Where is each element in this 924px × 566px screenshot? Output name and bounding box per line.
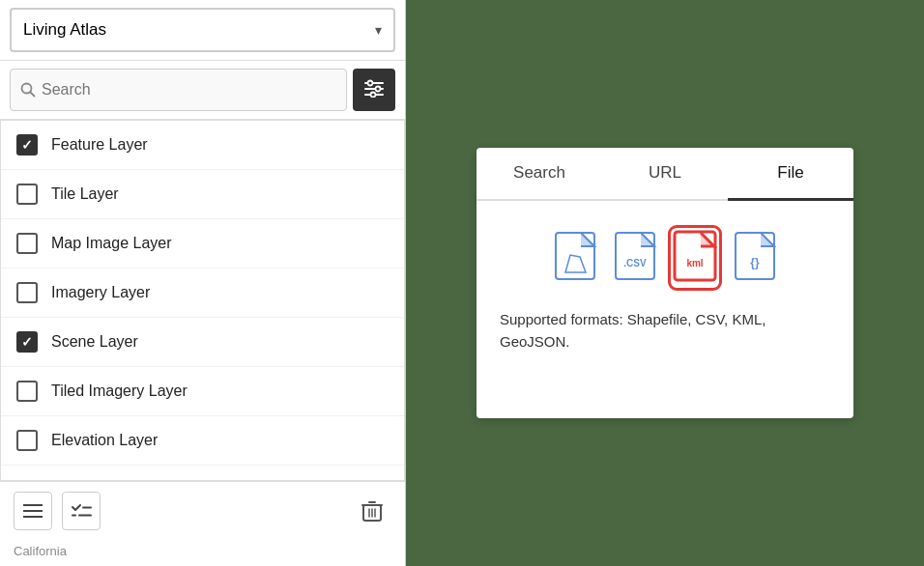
svg-point-6 xyxy=(376,86,381,91)
label-imagery-layer: Imagery Layer xyxy=(51,284,150,301)
trash-icon xyxy=(361,499,383,523)
checkbox-map-image-layer[interactable] xyxy=(16,233,38,254)
tab-url[interactable]: URL xyxy=(602,148,728,201)
label-elevation-layer: Elevation Layer xyxy=(51,432,158,449)
checkbox-imagery-layer[interactable] xyxy=(16,282,38,303)
checkbox-tile-layer[interactable] xyxy=(16,184,38,205)
list-item-tile-layer[interactable]: Tile Layer xyxy=(1,170,404,219)
file-icon-shapefile[interactable] xyxy=(553,230,597,286)
menu-button[interactable] xyxy=(14,492,52,530)
tab-file[interactable]: File xyxy=(728,148,853,201)
svg-text:kml: kml xyxy=(686,258,703,269)
list-item-imagery-layer[interactable]: Imagery Layer xyxy=(1,269,404,318)
file-icon-geojson[interactable]: {} xyxy=(733,230,777,286)
file-card: SearchURLFile .CSVkml{} Supported format… xyxy=(476,148,853,418)
label-map-image-layer: Map Image Layer xyxy=(51,235,172,252)
tab-search[interactable]: Search xyxy=(476,148,602,201)
checkbox-elevation-layer[interactable] xyxy=(16,430,38,451)
checklist-icon xyxy=(71,502,92,520)
filter-button[interactable] xyxy=(353,69,395,111)
bottom-toolbar xyxy=(0,481,405,540)
supported-text: Supported formats: Shapefile, CSV, KML, … xyxy=(500,309,830,353)
list-item-map-image-layer[interactable]: Map Image Layer xyxy=(1,219,404,269)
file-card-body: .CSVkml{} Supported formats: Shapefile, … xyxy=(476,201,853,376)
svg-point-5 xyxy=(368,80,373,85)
bottom-label: California xyxy=(0,540,405,566)
checkbox-tiled-imagery-layer[interactable] xyxy=(16,381,38,402)
chevron-down-icon: ▾ xyxy=(375,22,382,38)
svg-point-7 xyxy=(371,92,376,97)
living-atlas-dropdown[interactable]: Living Atlas ▾ xyxy=(10,8,395,52)
svg-line-1 xyxy=(31,93,35,97)
toolbar-left xyxy=(14,492,101,530)
left-panel: Living Atlas ▾ xyxy=(0,0,406,566)
checklist-button[interactable] xyxy=(62,492,101,530)
label-tile-layer: Tile Layer xyxy=(51,185,119,203)
label-scene-layer: Scene Layer xyxy=(51,333,138,351)
label-feature-layer: Feature Layer xyxy=(51,136,148,154)
right-panel: SearchURLFile .CSVkml{} Supported format… xyxy=(406,0,924,566)
menu-icon xyxy=(23,503,43,519)
svg-text:.CSV: .CSV xyxy=(623,258,647,269)
search-container xyxy=(10,69,347,111)
label-tiled-imagery-layer: Tiled Imagery Layer xyxy=(51,382,188,400)
list-item-tiled-imagery-layer[interactable]: Tiled Imagery Layer xyxy=(1,367,404,416)
list-item-scene-layer[interactable]: Scene Layer xyxy=(1,318,404,367)
search-input[interactable] xyxy=(42,81,336,99)
dropdown-wrapper: Living Atlas ▾ xyxy=(0,0,405,61)
checkbox-scene-layer[interactable] xyxy=(16,331,38,353)
filter-icon xyxy=(363,78,385,102)
delete-button[interactable] xyxy=(353,492,391,530)
file-icon-csv[interactable]: .CSV xyxy=(613,230,657,286)
svg-text:{}: {} xyxy=(750,256,760,269)
search-wrapper xyxy=(0,61,405,120)
checkbox-feature-layer[interactable] xyxy=(16,134,38,156)
search-icon xyxy=(20,82,36,98)
file-icon-kml[interactable]: kml xyxy=(673,230,717,286)
dropdown-label: Living Atlas xyxy=(23,20,106,40)
file-card-tabs: SearchURLFile xyxy=(476,148,853,201)
layer-type-list: Feature LayerTile LayerMap Image LayerIm… xyxy=(0,120,405,481)
list-item-feature-layer[interactable]: Feature Layer xyxy=(1,121,404,170)
file-icons-row: .CSVkml{} xyxy=(500,230,830,286)
svg-rect-24 xyxy=(675,232,715,280)
list-item-elevation-layer[interactable]: Elevation Layer xyxy=(1,416,404,466)
